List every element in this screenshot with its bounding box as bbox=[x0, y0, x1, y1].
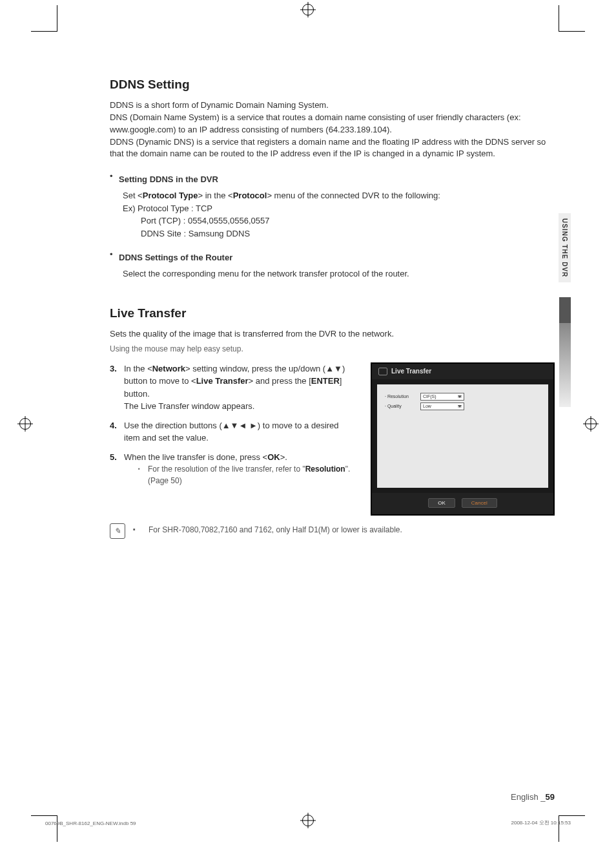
screenshot-titlebar: Live Transfer bbox=[372, 364, 553, 379]
print-filename: 00769B_SHR-8162_ENG-NEW.indb 59 bbox=[45, 821, 136, 826]
page-number: 59 bbox=[546, 792, 555, 802]
page-footer: English _59 bbox=[511, 792, 555, 802]
text: > menu of the connected DVR to the follo… bbox=[267, 191, 440, 200]
resolution-value: CIF(S) bbox=[423, 394, 436, 399]
resolution-label: · Resolution bbox=[385, 394, 420, 399]
text: When the live transfer is done, press < bbox=[124, 452, 267, 462]
ddns-example-line3: DDNS Site : Samsung DDNS bbox=[141, 227, 555, 240]
ddns-intro-line1: DDNS is a short form of Dynamic Domain N… bbox=[110, 100, 329, 110]
ddns-heading: DDNS Setting bbox=[110, 78, 555, 92]
screenshot-title: Live Transfer bbox=[391, 368, 431, 375]
quality-label: · Quality bbox=[385, 404, 420, 408]
mouse-helper-text: Using the mouse may help easy setup. bbox=[110, 344, 555, 353]
ddns-sub1-body: Set <Protocol Type> in the <Protocol> me… bbox=[123, 189, 555, 202]
text: > in the < bbox=[198, 191, 232, 200]
screenshot-buttons: OK Cancel bbox=[372, 493, 553, 514]
ddns-sub1-title: Setting DDNS in the DVR bbox=[119, 174, 218, 184]
bold-term: ENTER bbox=[311, 376, 340, 386]
ddns-intro-line2: DNS (Domain Name System) is a service th… bbox=[110, 112, 521, 134]
bold-term: OK bbox=[267, 452, 280, 462]
live-transfer-screenshot: Live Transfer · Resolution CIF(S) · Qual… bbox=[371, 362, 555, 516]
step-5: When the live transfer is done, press <O… bbox=[110, 451, 355, 487]
quality-row: · Quality Low bbox=[385, 403, 540, 410]
ddns-example-line1: Ex) Protocol Type : TCP bbox=[123, 202, 555, 215]
text: > and press the [ bbox=[249, 376, 311, 386]
square-bullet-icon: ▪ bbox=[133, 523, 141, 533]
bold-term: Live Transfer bbox=[196, 376, 249, 386]
quality-select[interactable]: Low bbox=[420, 403, 464, 410]
text: Set < bbox=[123, 191, 143, 200]
dropdown-icon bbox=[458, 395, 462, 398]
bold-term: Protocol bbox=[233, 191, 267, 200]
text: In the < bbox=[124, 364, 152, 373]
ddns-sub2-title: DDNS Settings of the Router bbox=[119, 253, 232, 262]
step-5-note: For the resolution of the live transfer,… bbox=[148, 463, 355, 486]
dropdown-icon bbox=[458, 405, 462, 408]
square-bullet-icon: ▪ bbox=[138, 463, 143, 486]
bullet-icon: • bbox=[110, 249, 119, 266]
footer-lang: English _ bbox=[511, 792, 545, 802]
ddns-example-line2: Port (TCP) : 0554,0555,0556,0557 bbox=[141, 214, 555, 227]
ok-button[interactable]: OK bbox=[428, 498, 455, 508]
resolution-row: · Resolution CIF(S) bbox=[385, 393, 540, 401]
screenshot-panel: · Resolution CIF(S) · Quality Low bbox=[377, 384, 548, 488]
note-icon: ✎ bbox=[110, 523, 125, 539]
quality-value: Low bbox=[423, 404, 431, 408]
bullet-icon: • bbox=[110, 171, 119, 188]
live-transfer-heading: Live Transfer bbox=[110, 306, 555, 320]
bold-term: Resolution bbox=[305, 465, 345, 474]
cancel-button[interactable]: Cancel bbox=[462, 498, 497, 508]
ddns-sub2-body: Select the corresponding menu for the ne… bbox=[123, 267, 555, 280]
ddns-intro-line3: DDNS (Dynamic DNS) is a service that reg… bbox=[110, 137, 546, 159]
resolution-select[interactable]: CIF(S) bbox=[420, 393, 464, 401]
text: >. bbox=[280, 452, 287, 462]
bold-term: Protocol Type bbox=[143, 191, 198, 200]
text: For the resolution of the live transfer,… bbox=[148, 465, 305, 474]
step-3: In the <Network> setting window, press t… bbox=[110, 362, 355, 413]
text: The Live Transfer window appears. bbox=[124, 401, 254, 411]
step-4: Use the direction buttons (▲▼◄ ►) to mov… bbox=[110, 419, 355, 444]
live-transfer-intro: Sets the quality of the image that is tr… bbox=[110, 328, 555, 340]
print-timestamp: 2008-12-04 오전 10:15:53 bbox=[511, 819, 571, 826]
ddns-intro: DDNS is a short form of Dynamic Domain N… bbox=[110, 99, 555, 160]
model-note: For SHR-7080,7082,7160 and 7162, only Ha… bbox=[149, 523, 402, 534]
bold-term: Network bbox=[152, 364, 185, 373]
return-icon bbox=[378, 368, 387, 375]
